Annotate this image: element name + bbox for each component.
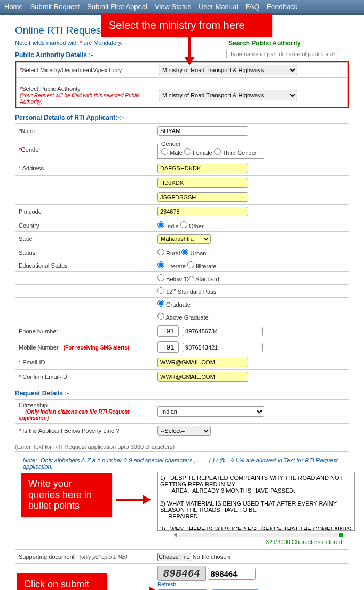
choose-file-button[interactable]: Choose File xyxy=(157,553,191,561)
mobile-label: Mobile Number xyxy=(19,344,59,351)
nav-submit-first-appeal[interactable]: Submit First Appeal xyxy=(87,3,147,11)
search-authority-label: Search Public Authority xyxy=(228,40,349,47)
gender-female-radio[interactable] xyxy=(184,148,191,155)
top-nav: Home Submit Request Submit First Appeal … xyxy=(0,0,364,15)
country-india-radio[interactable] xyxy=(157,221,164,228)
confirm-email-input[interactable] xyxy=(157,372,248,382)
state-select[interactable]: Maharashtra xyxy=(157,234,211,244)
char-count: 329/3000 Characters entered xyxy=(19,538,345,546)
edu-illiterate-radio[interactable] xyxy=(187,261,194,268)
address-line1-input[interactable] xyxy=(157,164,248,173)
nav-faq[interactable]: FAQ xyxy=(246,3,259,11)
phone-label: Phone Number xyxy=(15,323,154,339)
country-other-radio[interactable] xyxy=(180,221,187,228)
gender-male-radio[interactable] xyxy=(161,148,168,155)
gender-fieldset: Gender Male Female Third Gender xyxy=(157,141,264,159)
citizenship-hint: (Only Indian citizens can file RTI Reque… xyxy=(19,409,130,421)
personal-details-table: *Name *Gender Gender Male Female Third G… xyxy=(15,123,349,384)
edu-literate-radio[interactable] xyxy=(157,261,164,268)
address-label: Address xyxy=(21,165,44,172)
edu-above-graduate-radio[interactable] xyxy=(157,313,164,320)
address-line2-input[interactable] xyxy=(157,178,248,188)
edu-below12-radio[interactable] xyxy=(157,274,164,281)
svg-marker-3 xyxy=(143,495,151,504)
gender-legend: Gender xyxy=(161,141,181,147)
allowed-chars-note: Note:- Only alphabets A-Z a-z number 0-9… xyxy=(19,455,345,472)
section-personal: Personal Details of RTI Applicant:-:- xyxy=(15,114,349,121)
mobile-hint: (For receiving SMS alerts) xyxy=(64,345,129,351)
support-doc-label: Supporting document xyxy=(19,554,75,560)
request-text-container: Note:- Only alphabets A-Z a-z number 0-9… xyxy=(15,451,349,550)
confirm-email-label: Confirm Email-ID xyxy=(21,374,67,380)
status-label: Status xyxy=(15,246,154,259)
captcha-input[interactable] xyxy=(208,568,256,580)
nav-submit-request[interactable]: Submit Request xyxy=(30,3,80,11)
authority-highlight-box: *Select Ministry/Department/Apex body Mi… xyxy=(15,61,349,108)
gender-label: Gender xyxy=(21,146,41,153)
edu-graduate-radio[interactable] xyxy=(157,300,164,307)
pincode-label: Pin code xyxy=(15,205,154,219)
captcha-image: 898464 xyxy=(157,566,206,581)
phone-input[interactable] xyxy=(183,327,263,336)
status-urban-radio[interactable] xyxy=(181,249,188,255)
nav-home[interactable]: Home xyxy=(4,3,23,11)
citizenship-select[interactable]: Indian xyxy=(157,406,264,417)
mandatory-note: Note:Fields marked with * are Mandatory. xyxy=(15,40,123,46)
phone-cc-input[interactable] xyxy=(157,325,179,337)
email-label: Email-ID xyxy=(21,359,45,366)
text-limit-note: (Enter Text for RTI Request application … xyxy=(15,443,349,451)
nav-user-manual[interactable]: User Manual xyxy=(199,3,238,11)
country-label: Country xyxy=(15,219,154,232)
authority-label: Select Public Authority xyxy=(22,86,80,92)
citizenship-label: Citizenship xyxy=(19,402,48,408)
captcha-refresh-link[interactable]: Refresh xyxy=(157,581,176,587)
pincode-input[interactable] xyxy=(157,207,248,216)
support-doc-hint: (only pdf upto 1 MB) xyxy=(80,554,128,560)
section-authority: Public Authority Details :- xyxy=(15,51,123,59)
ministry-label: Select Ministry/Department/Apex body xyxy=(22,67,122,73)
arrow-down-icon xyxy=(179,34,200,66)
edu-label: Educational Status xyxy=(15,259,154,272)
arrow-right-icon xyxy=(116,492,153,508)
no-file-text: No file chosen xyxy=(193,554,230,560)
svg-marker-1 xyxy=(184,57,195,65)
nav-view-status[interactable]: View Status xyxy=(155,3,191,11)
authority-hint: (Your Request will be filed with this se… xyxy=(20,92,140,105)
name-label: Name xyxy=(21,128,36,134)
gender-third-radio[interactable] xyxy=(214,148,221,155)
status-rural-radio[interactable] xyxy=(157,249,164,255)
svg-marker-5 xyxy=(149,587,157,590)
email-input[interactable] xyxy=(157,358,248,367)
bpl-select[interactable]: --Select-- xyxy=(157,426,211,436)
textarea-scroll-hint xyxy=(157,532,345,538)
edu-12pass-radio[interactable] xyxy=(157,287,164,294)
request-text-area[interactable]: 1) DESPITE REPEATED COMPLAINTS WHY THE R… xyxy=(157,472,355,531)
annotation-write-queries: Write your queries here in bullet points xyxy=(21,473,112,517)
name-input[interactable] xyxy=(157,126,248,136)
bpl-label: Is the Applicant Below Poverty Line ? xyxy=(21,428,119,434)
ministry-select[interactable]: Ministry of Road Transport & Highways xyxy=(159,65,297,75)
mobile-cc-input[interactable] xyxy=(157,341,179,353)
mobile-input[interactable] xyxy=(183,343,263,352)
annotation-select-ministry: Select the ministry from here xyxy=(101,14,272,37)
support-table: Supporting document (only pdf upto 1 MB)… xyxy=(15,550,349,590)
state-label: State xyxy=(15,232,154,246)
search-authority-input[interactable] xyxy=(226,49,338,59)
nav-feedback[interactable]: Feedback xyxy=(267,3,297,11)
authority-select[interactable]: Ministry of Road Transport & Highways xyxy=(159,90,297,100)
arrow-right-submit-icon xyxy=(128,584,160,590)
request-details-table: Citizenship (Only Indian citizens can fi… xyxy=(15,399,349,438)
annotation-click-submit: Click on submit button xyxy=(17,573,107,590)
address-line3-input[interactable] xyxy=(157,192,248,202)
section-request: Request Details :- xyxy=(15,390,349,397)
